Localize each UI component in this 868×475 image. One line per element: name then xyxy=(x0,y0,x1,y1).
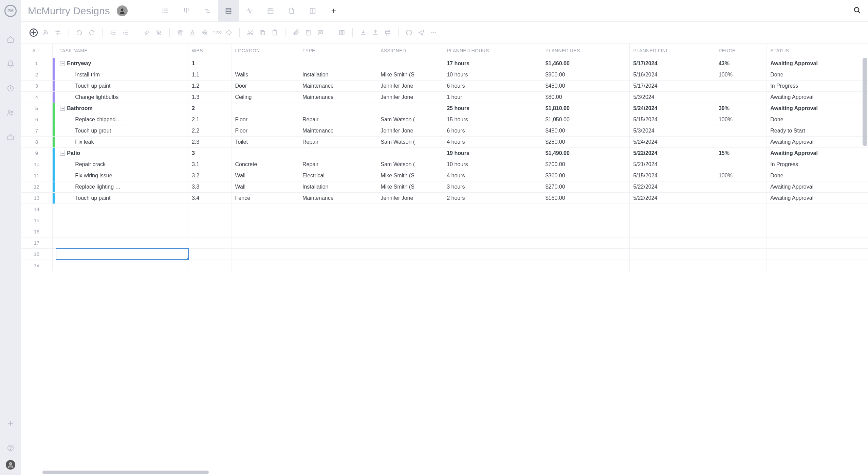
cell-planned-finish[interactable]: 5/17/2024 xyxy=(630,58,715,69)
cell-planned-resource[interactable]: $480.00 xyxy=(542,80,630,91)
cell-location[interactable]: Door xyxy=(232,80,299,91)
cell-status[interactable]: Ready to Start xyxy=(767,125,868,136)
cell-status[interactable]: Done xyxy=(767,170,868,181)
task-row[interactable]: 10Repair crack3.1ConcreteRepairSam Watso… xyxy=(21,159,868,170)
cell-location[interactable]: Fence xyxy=(232,192,299,204)
import-icon[interactable] xyxy=(358,28,368,38)
empty-row[interactable]: 18 xyxy=(21,248,868,260)
cell-wbs[interactable]: 2 xyxy=(188,103,232,114)
collapse-icon[interactable]: − xyxy=(60,151,65,156)
cell-type[interactable]: Repair xyxy=(299,159,377,170)
view-calendar-icon[interactable] xyxy=(260,0,281,22)
cell-assigned[interactable]: Mike Smith (S xyxy=(377,181,443,192)
columns-icon[interactable] xyxy=(337,28,347,38)
vertical-scrollbar[interactable] xyxy=(863,58,867,146)
cell-assigned[interactable] xyxy=(377,103,443,114)
cell-planned-hours[interactable]: 3 hours xyxy=(443,181,542,192)
cell-planned-resource[interactable]: $1,050.00 xyxy=(542,114,630,125)
cell-wbs[interactable]: 3.1 xyxy=(188,159,232,170)
help-icon[interactable] xyxy=(6,443,15,453)
cell-task-name[interactable]: Replace lighting … xyxy=(56,181,188,192)
unlink-icon[interactable] xyxy=(154,28,164,38)
view-list-icon[interactable] xyxy=(155,0,176,22)
cell-type[interactable]: Maintenance xyxy=(299,80,377,91)
task-row[interactable]: 2Install trim1.1WallsInstallationMike Sm… xyxy=(21,69,868,80)
col-planned-hours[interactable]: PLANNED HOURS xyxy=(443,43,542,58)
empty-row[interactable]: 15 xyxy=(21,215,868,226)
task-row[interactable]: 8Fix leak2.3ToiletRepairSam Watson (4 ho… xyxy=(21,136,868,147)
swap-icon[interactable] xyxy=(53,28,63,38)
send-icon[interactable] xyxy=(416,28,426,38)
row-number[interactable]: 16 xyxy=(21,226,52,237)
cell-task-name[interactable]: Replace chipped… xyxy=(56,114,188,125)
view-risk-icon[interactable] xyxy=(302,0,323,22)
cell-location[interactable]: Floor xyxy=(232,114,299,125)
cell-planned-hours[interactable]: 10 hours xyxy=(443,159,542,170)
view-add-icon[interactable] xyxy=(323,0,344,22)
row-number[interactable]: 1 xyxy=(21,58,52,69)
copy-icon[interactable] xyxy=(257,28,267,38)
briefcase-icon[interactable] xyxy=(6,133,15,142)
note-icon[interactable] xyxy=(303,28,313,38)
cell-wbs[interactable]: 3.2 xyxy=(188,170,232,181)
cell-task-name[interactable] xyxy=(56,260,188,271)
cell-status[interactable]: In Progress xyxy=(767,80,868,91)
task-row[interactable]: 1−Entryway117 hours$1,460.005/17/202443%… xyxy=(21,58,868,69)
horizontal-scrollbar-thumb[interactable] xyxy=(42,471,209,474)
cell-planned-hours[interactable]: 15 hours xyxy=(443,114,542,125)
cell-wbs[interactable]: 3.4 xyxy=(188,192,232,204)
task-row[interactable]: 7Touch up grout2.2FloorMaintenanceJennif… xyxy=(21,125,868,136)
cell-task-name[interactable]: −Entryway xyxy=(56,58,188,69)
attach-icon[interactable] xyxy=(291,28,301,38)
cell-planned-finish[interactable]: 5/16/2024 xyxy=(630,69,715,80)
cell-task-name[interactable]: Repair crack xyxy=(56,159,188,170)
cell-location[interactable] xyxy=(232,58,299,69)
export-icon[interactable] xyxy=(370,28,381,38)
cell-percent[interactable] xyxy=(715,192,767,204)
col-assigned[interactable]: ASSIGNED xyxy=(377,43,443,58)
indent-icon[interactable] xyxy=(120,28,130,38)
cell-planned-hours[interactable]: 10 hours xyxy=(443,69,542,80)
search-icon[interactable] xyxy=(853,6,861,16)
cell-planned-resource[interactable]: $280.00 xyxy=(542,136,630,147)
col-all[interactable]: ALL xyxy=(21,43,52,58)
cell-assigned[interactable]: Jennifer Jone xyxy=(377,91,443,103)
text-style-icon[interactable] xyxy=(187,28,198,38)
selection-handle[interactable] xyxy=(187,258,188,260)
paste-icon[interactable] xyxy=(270,28,280,38)
cell-location[interactable]: Wall xyxy=(232,170,299,181)
cell-assigned[interactable]: Mike Smith (S xyxy=(377,170,443,181)
undo-icon[interactable] xyxy=(74,28,85,38)
cell-planned-finish[interactable]: 5/15/2024 xyxy=(630,114,715,125)
cell-status[interactable]: Awaiting Approval xyxy=(767,91,868,103)
col-task[interactable]: TASK NAME xyxy=(56,43,188,58)
task-row[interactable]: 3Touch up paint1.2DoorMaintenanceJennife… xyxy=(21,80,868,91)
horizontal-scrollbar-track[interactable] xyxy=(21,470,868,475)
cell-status[interactable]: Done xyxy=(767,69,868,80)
cell-percent[interactable]: 39% xyxy=(715,103,767,114)
cell-type[interactable]: Maintenance xyxy=(299,91,377,103)
cell-planned-hours[interactable]: 25 hours xyxy=(443,103,542,114)
cell-type[interactable]: Maintenance xyxy=(299,125,377,136)
empty-row[interactable]: 17 xyxy=(21,237,868,248)
cell-task-name[interactable] xyxy=(56,215,188,226)
add-task-button[interactable] xyxy=(29,28,39,38)
cell-assigned[interactable]: Mike Smith (S xyxy=(377,69,443,80)
cell-percent[interactable]: 43% xyxy=(715,58,767,69)
cell-task-name[interactable]: Fix wiring issue xyxy=(56,170,188,181)
cell-wbs[interactable]: 3.3 xyxy=(188,181,232,192)
more-icon[interactable] xyxy=(428,28,439,38)
cell-status[interactable]: Awaiting Approval xyxy=(767,147,868,159)
cell-planned-finish[interactable]: 5/22/2024 xyxy=(630,147,715,159)
plus-icon[interactable] xyxy=(6,419,15,428)
row-number[interactable]: 8 xyxy=(21,136,52,147)
cell-wbs[interactable]: 2.1 xyxy=(188,114,232,125)
cell-planned-finish[interactable]: 5/22/2024 xyxy=(630,181,715,192)
cell-status[interactable]: Awaiting Approval xyxy=(767,181,868,192)
outdent-icon[interactable] xyxy=(108,28,118,38)
task-row[interactable]: 13Touch up paint3.4FenceMaintenanceJenni… xyxy=(21,192,868,204)
cell-planned-finish[interactable]: 5/24/2024 xyxy=(630,103,715,114)
cell-percent[interactable] xyxy=(715,159,767,170)
row-number[interactable]: 3 xyxy=(21,80,52,91)
info-icon[interactable] xyxy=(404,28,414,38)
